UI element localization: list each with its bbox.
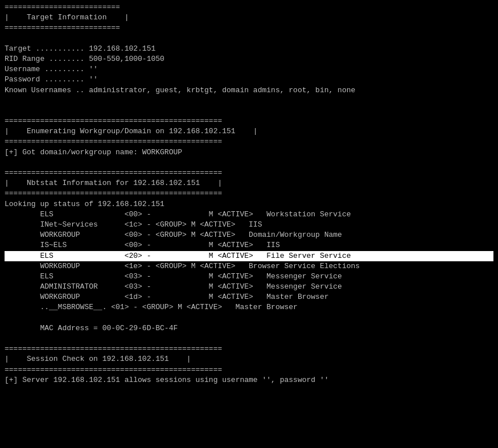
terminal-output: ========================== | Target Info… [5, 2, 493, 385]
highlighted-line: ELS <20> - M <ACTIVE> File Server Servic… [5, 251, 493, 261]
